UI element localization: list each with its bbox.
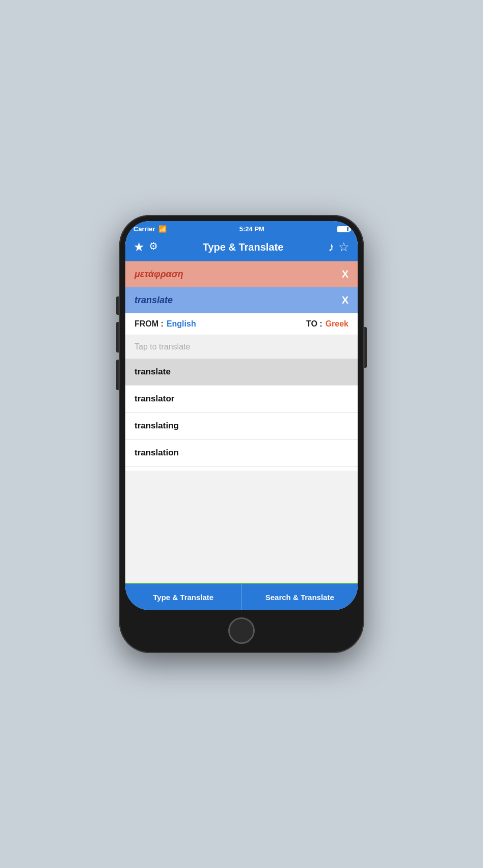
side-button-power[interactable] xyxy=(364,327,367,368)
greek-translation-text: μετάφραση xyxy=(135,269,183,280)
english-translation-text: translate xyxy=(135,295,173,306)
tab-type-translate[interactable]: Type & Translate xyxy=(125,584,242,610)
nav-left: ★ ⚙ xyxy=(133,240,158,254)
word-list: translatetranslatortranslatingtranslatio… xyxy=(125,359,358,471)
carrier-label: Carrier xyxy=(133,225,155,233)
greek-result-bar: μετάφραση X xyxy=(125,261,358,287)
home-button[interactable] xyxy=(228,617,255,644)
greek-close-button[interactable]: X xyxy=(342,268,348,280)
word-list-item[interactable]: translator xyxy=(125,386,358,413)
favorites-icon[interactable]: ☆ xyxy=(338,240,350,254)
status-time: 5:24 PM xyxy=(239,225,264,233)
music-icon[interactable]: ♪ xyxy=(328,240,334,254)
side-button-volume-down[interactable] xyxy=(116,360,119,390)
battery-icon xyxy=(337,226,350,232)
word-list-item[interactable]: translate xyxy=(125,359,358,386)
side-button-mute[interactable] xyxy=(116,296,119,315)
language-selector: FROM : English TO : Greek xyxy=(125,313,358,335)
search-placeholder: Tap to translate xyxy=(135,342,190,351)
tab-type-translate-label: Type & Translate xyxy=(153,593,213,602)
wifi-icon: 📶 xyxy=(158,225,167,233)
tab-search-translate[interactable]: Search & Translate xyxy=(242,584,358,610)
empty-area xyxy=(125,471,358,583)
from-label: FROM : xyxy=(135,319,164,329)
search-input-area[interactable]: Tap to translate xyxy=(125,335,358,359)
english-close-button[interactable]: X xyxy=(342,294,348,306)
phone-screen: Carrier 📶 5:24 PM ★ ⚙ Type & Translate ♪… xyxy=(125,221,358,610)
nav-bar: ★ ⚙ Type & Translate ♪ ☆ xyxy=(125,235,358,261)
word-list-item[interactable]: translation xyxy=(125,440,358,467)
status-bar: Carrier 📶 5:24 PM xyxy=(125,221,358,235)
from-language-value[interactable]: English xyxy=(167,319,196,329)
side-button-volume-up[interactable] xyxy=(116,322,119,352)
home-area xyxy=(125,610,358,647)
phone-frame: Carrier 📶 5:24 PM ★ ⚙ Type & Translate ♪… xyxy=(119,215,364,653)
gear-icon[interactable]: ⚙ xyxy=(149,240,158,254)
word-list-item[interactable]: translating xyxy=(125,413,358,440)
status-right xyxy=(337,226,350,232)
nav-right: ♪ ☆ xyxy=(328,240,350,254)
english-result-bar: translate X xyxy=(125,287,358,313)
tab-bar: Type & Translate Search & Translate xyxy=(125,583,358,610)
to-language-value[interactable]: Greek xyxy=(326,319,348,329)
star-icon[interactable]: ★ xyxy=(133,240,145,254)
nav-title: Type & Translate xyxy=(203,241,284,253)
to-label: TO : xyxy=(306,319,323,329)
tab-search-translate-label: Search & Translate xyxy=(265,593,334,602)
word-list-item[interactable]: translucent xyxy=(125,467,358,471)
status-left: Carrier 📶 xyxy=(133,225,167,233)
